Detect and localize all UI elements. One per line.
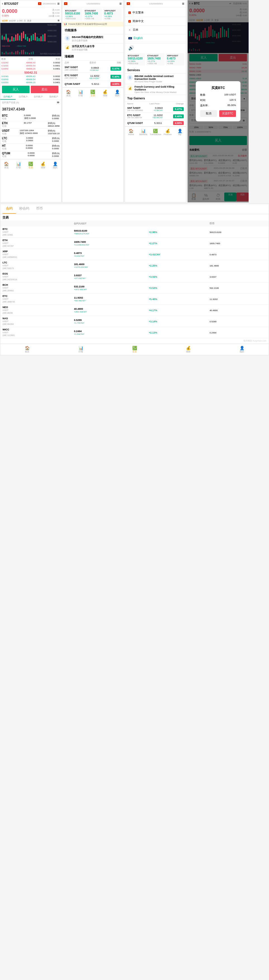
table-row[interactable]: BTC/USDT24时 21583 50015.6100+50015.27CNY… xyxy=(0,227,269,238)
gainer-qtum-en[interactable]: QTUM /USDT 5.3211 4.98% xyxy=(125,120,186,126)
svg-rect-46 xyxy=(31,52,32,54)
service-currency-cn[interactable]: 💰 法币及充币入金引导 打开市场货币圈 xyxy=(62,43,123,53)
tab-second-contract[interactable]: 秒合约 xyxy=(16,204,33,214)
nav-home[interactable]: 🏠 首页 xyxy=(0,161,13,170)
nav-profile[interactable]: 👤 我的 xyxy=(49,161,61,170)
table-row[interactable]: EOS/USDT24时 242318118 3.9337+27.93CNY +3… xyxy=(0,271,269,282)
modal-profit-row: 盈利率: 85.00% xyxy=(200,104,236,107)
modal-confirm-btn[interactable]: 买卖BTC xyxy=(219,110,236,117)
eth-mini-card-en[interactable]: ETH/USDT 1609.7400 +2.27% +1609.74$ xyxy=(146,53,165,65)
nav-trade[interactable]: 💹 交易 xyxy=(25,161,37,170)
svg-rect-36 xyxy=(11,52,13,54)
bbank-icon: B xyxy=(65,35,70,41)
tf-1d[interactable]: 天 xyxy=(24,19,26,22)
svg-rect-13 xyxy=(11,36,13,41)
table-row[interactable]: XRP/USDT24时 249580532 0.4873+3.41CNY +3.… xyxy=(0,249,269,260)
nav-profile-en[interactable]: 👤 My xyxy=(174,128,186,136)
nav-trade-market[interactable]: 💹 交易 xyxy=(108,345,161,354)
table-row[interactable]: BCH/USDT24时 200602 532.2100+372.55CNY +3… xyxy=(0,282,269,294)
nav-market-market[interactable]: 📊 行情 xyxy=(54,345,108,354)
nav-market-cn[interactable]: 📊 行情 xyxy=(75,89,87,98)
services-title-en: Services xyxy=(127,68,140,72)
table-row[interactable]: ETC/USDT24时 2886734 11.9202+83.44CNY +5.… xyxy=(0,294,269,305)
table-row[interactable]: NAS/USDT24时 664394 0.5289+1.70CNY +3.14%… xyxy=(0,316,269,327)
bbank-title: BBANK手机端合约交易指引 xyxy=(72,35,104,39)
lang-menu-icon-3[interactable]: ≡ xyxy=(182,2,184,6)
nav-home-market[interactable]: 🏠 首页 xyxy=(0,345,54,354)
gainer-qtum[interactable]: QTUM /USDT 5.3211 4.98% xyxy=(62,81,123,88)
xrp-mini-card-en[interactable]: XRP/USDT 0.4873 +4.28% +0.49$ xyxy=(166,53,184,65)
nav-market-en[interactable]: 📊 Markets xyxy=(137,128,150,136)
eye-icon[interactable]: 👁 xyxy=(57,101,59,104)
btc-mini-card[interactable]: BTC/USDT 50015.6100 +2.98% +50015.91$ xyxy=(64,8,82,21)
tf-1h[interactable]: 1小时 xyxy=(17,19,22,22)
tab-futures[interactable]: 合约账户 xyxy=(0,94,16,100)
xrp-mini-card[interactable]: XRP/USDT 0.4873 +4.28% +0.49$ xyxy=(103,8,122,21)
tf-15min[interactable]: 30分钟 xyxy=(9,19,16,22)
ob-buy-row-3: 0.0350 49889.20 0.0401 xyxy=(2,81,60,84)
buy-button[interactable]: 买入 xyxy=(2,86,30,93)
table-row[interactable]: LTC/USDT24时 528173 181.4600+1270.22CNY +… xyxy=(0,260,269,271)
table-row[interactable]: WICC/USDT24时 1115861 0.2494+1.04CNY +2.1… xyxy=(0,327,269,338)
nav-home-cn[interactable]: 🏠 首页 xyxy=(62,89,75,98)
gainer-etc[interactable]: ETC /USDT 24时 2886734 11.9202 +83.44CNY … xyxy=(62,73,123,81)
english-label: English xyxy=(134,37,143,40)
btc-mini-card-en[interactable]: BTC/USDT 50015.6100 +2.98% +50015.91$ xyxy=(126,53,145,65)
svg-rect-29 xyxy=(43,35,43,41)
service-currency-en[interactable]: 💰 French Currency and Gold Filling Guida… xyxy=(125,84,186,95)
tab-fiat[interactable]: 法币账户 xyxy=(16,94,31,100)
nav-profile-market[interactable]: 👤 我的 xyxy=(215,345,269,354)
nav-trade-en[interactable]: 💹 Transaction xyxy=(149,128,162,136)
service-bbank-cn[interactable]: B BBANK手机端合约交易指引 全方位新手指南 xyxy=(62,34,123,43)
sell-button[interactable]: 卖出 xyxy=(31,86,58,93)
nav-profile-cn[interactable]: 👤 我的 xyxy=(111,89,123,98)
tab-otc[interactable]: 场外账户 xyxy=(46,94,61,100)
nav-finance-market[interactable]: 💰 理财 xyxy=(161,345,215,354)
lang-english[interactable]: GB English xyxy=(125,34,186,42)
buy-sell-buttons: 买入 卖出 xyxy=(0,84,61,94)
nav-finance-en[interactable]: 💰 Finance xyxy=(162,128,174,136)
nav-home-en[interactable]: 🏠 Home xyxy=(125,128,137,136)
modal-cancel-btn[interactable]: 取消 xyxy=(200,110,217,117)
total-balance: 387247.4349 xyxy=(0,105,61,113)
announcement-bar: 📢 TRADE充新打开金金融管理信MAS运营 xyxy=(62,22,123,27)
bbank-icon-en: B xyxy=(127,75,133,80)
mini-price-cards: BTC/USDT 50015.6100 +2.98% +50015.91$ ET… xyxy=(62,7,123,22)
profile-icon-market: 👤 xyxy=(215,346,269,350)
table-row[interactable]: ETH/USDT24时 447297 1609.7400+11268.91CNY… xyxy=(0,238,269,249)
gainer-snt-en[interactable]: SNT /USDT 24h Vol 19954883 0.0843 +0.58C… xyxy=(125,105,186,113)
svg-rect-15 xyxy=(15,35,16,41)
nav-finance[interactable]: 💰 理财 xyxy=(37,161,49,170)
gainers-header-cn: 涨幅榜 xyxy=(62,53,123,60)
modal-title: 买卖BTC xyxy=(200,86,236,91)
svg-rect-30 xyxy=(45,33,46,41)
menu-icon[interactable]: ≡ xyxy=(57,2,59,6)
market-icon: 📊 xyxy=(13,162,25,166)
nav-finance-cn[interactable]: 💰 理财 xyxy=(99,89,111,98)
service-bbank-en[interactable]: B BBANK mobile terminal contract transac… xyxy=(125,74,186,84)
tab-futures-market[interactable]: 合约 xyxy=(3,204,16,214)
lang-menu-icon[interactable]: ≡ xyxy=(119,2,122,6)
tab-spot-market[interactable]: 币币 xyxy=(33,204,46,214)
speaker-icon-2[interactable]: 🔊 xyxy=(128,46,134,50)
chart-type-icon[interactable]: ⊞ xyxy=(58,19,59,22)
nav-trade-cn[interactable]: 💹 交易 xyxy=(87,89,99,98)
gainer-etc-en[interactable]: ETC /USDT 24h Vol 2886734 11.9202 +83.44… xyxy=(125,113,186,120)
gainer-snt[interactable]: SNT /USDT 24时 19954883 0.0843 +0.58CNY 5… xyxy=(62,65,123,73)
lang-japanese[interactable]: ● 日本 xyxy=(125,25,186,34)
lang-trad-chinese[interactable]: ★ 中文繁体 xyxy=(125,8,186,17)
trade-icon-en: 💹 xyxy=(149,129,162,133)
tf-1min[interactable]: 5分钟 xyxy=(2,19,8,22)
nav-market[interactable]: 📊 行情 xyxy=(13,161,25,170)
eth-mini-card[interactable]: ETH/USDT 1609.7400 +2.27% +1609.74$ xyxy=(83,8,102,21)
tf-more[interactable]: 更多 xyxy=(27,19,32,22)
ob-buy-row-2: 0.0200 49900.54 0.0001 xyxy=(2,78,60,81)
tab-spot[interactable]: 合约账户 xyxy=(31,94,46,100)
home-icon-cn: 🏠 xyxy=(62,89,75,94)
table-row[interactable]: NEO/USDT24时 89336 40.4900+283.43CNY +4.1… xyxy=(0,305,269,316)
back-icon[interactable]: ‹ xyxy=(2,2,3,6)
lang-simp-chinese[interactable]: ★ 简体中文 xyxy=(125,17,186,25)
usdt-asset: USDT 可用 1337330.1064 冻结 123422.0000 折价(S… xyxy=(0,129,61,136)
ob-amount-header: 数量 xyxy=(56,57,60,60)
qtum-badge-en: 4.98% xyxy=(173,121,184,125)
